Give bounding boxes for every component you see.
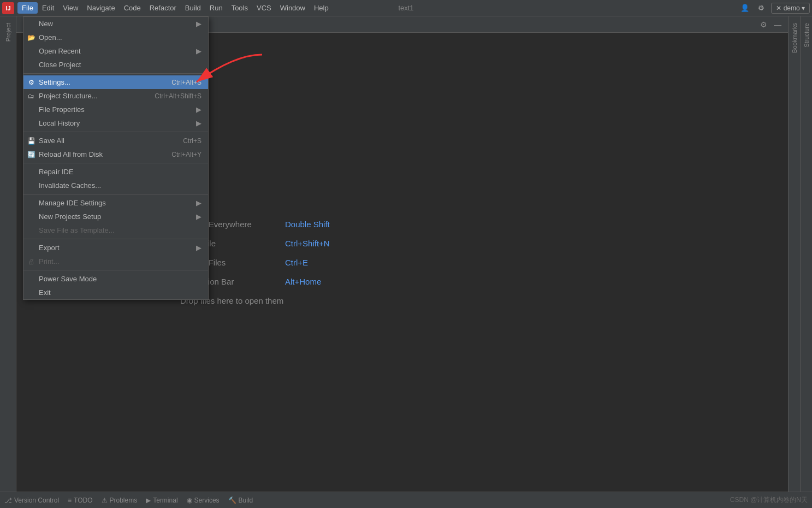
menu-file-exit[interactable]: Exit bbox=[23, 286, 208, 299]
menu-file-open[interactable]: 📂 Open... bbox=[23, 31, 208, 44]
menu-refactor[interactable]: Refactor bbox=[145, 2, 181, 14]
menu-file-project-structure[interactable]: 🗂 Project Structure... Ctrl+Alt+Shift+S bbox=[23, 89, 208, 103]
status-terminal[interactable]: ▶ Terminal bbox=[146, 497, 177, 504]
menu-file-new[interactable]: New ▶ bbox=[23, 17, 208, 31]
bookmarks-sidebar: Bookmarks bbox=[788, 16, 800, 492]
hint-search-key: Double Shift bbox=[285, 220, 330, 229]
separator-4 bbox=[23, 194, 208, 194]
build-label: Build bbox=[239, 497, 253, 504]
file-dropdown-menu[interactable]: New ▶ 📂 Open... Open Recent ▶ Close Proj… bbox=[23, 16, 209, 300]
window-title: text1 bbox=[398, 4, 413, 12]
menu-help[interactable]: Help bbox=[310, 2, 333, 14]
menu-file-repair-ide[interactable]: Repair IDE bbox=[23, 165, 208, 179]
separator-2 bbox=[23, 132, 208, 132]
menu-file-settings[interactable]: ⚙ Settings... Ctrl+Alt+S bbox=[23, 75, 208, 89]
editor-tab-icons: ⚙ — bbox=[757, 19, 788, 31]
menu-file-print[interactable]: 🖨 Print... bbox=[23, 255, 208, 268]
version-control-label: Version Control bbox=[14, 497, 59, 504]
minimize-tab-icon[interactable]: — bbox=[772, 19, 784, 31]
submenu-arrow-manage-ide: ▶ bbox=[196, 199, 201, 207]
menu-file-power-save-mode[interactable]: Power Save Mode bbox=[23, 272, 208, 286]
structure-tab[interactable]: Structure bbox=[802, 19, 811, 52]
status-todo[interactable]: ≡ TODO bbox=[68, 497, 92, 504]
submenu-arrow-local-history: ▶ bbox=[196, 119, 201, 127]
status-build[interactable]: 🔨 Build bbox=[228, 497, 253, 504]
services-label: Services bbox=[194, 497, 220, 504]
save-icon: 💾 bbox=[27, 137, 35, 145]
menu-file[interactable]: File bbox=[17, 2, 38, 14]
menu-code[interactable]: Code bbox=[120, 2, 145, 14]
menu-bar: IJ File Edit View Navigate Code Refactor… bbox=[0, 0, 812, 16]
menu-file-manage-ide[interactable]: Manage IDE Settings ▶ bbox=[23, 196, 208, 210]
status-problems[interactable]: ⚠ Problems bbox=[102, 497, 138, 504]
terminal-icon: ▶ bbox=[146, 497, 151, 504]
gear-tab-icon[interactable]: ⚙ bbox=[757, 19, 769, 31]
menu-file-properties[interactable]: File Properties ▶ bbox=[23, 103, 208, 116]
menu-view[interactable]: View bbox=[58, 2, 82, 14]
status-bar: ⎇ Version Control ≡ TODO ⚠ Problems ▶ Te… bbox=[0, 492, 812, 508]
menu-file-close-project[interactable]: Close Project bbox=[23, 58, 208, 72]
separator-6 bbox=[23, 270, 208, 270]
structure-sidebar: Structure bbox=[800, 16, 812, 492]
submenu-arrow-new: ▶ bbox=[196, 20, 201, 28]
menu-file-save-as-template[interactable]: Save File as Template... bbox=[23, 223, 208, 237]
services-icon: ◉ bbox=[187, 497, 192, 504]
menu-edit[interactable]: Edit bbox=[38, 2, 58, 14]
sidebar-left: Project bbox=[0, 16, 16, 492]
reload-icon: 🔄 bbox=[27, 150, 35, 159]
submenu-arrow-properties: ▶ bbox=[196, 105, 201, 114]
menu-file-export[interactable]: Export ▶ bbox=[23, 241, 208, 255]
menu-file-open-recent[interactable]: Open Recent ▶ bbox=[23, 44, 208, 58]
status-version-control[interactable]: ⎇ Version Control bbox=[4, 497, 59, 504]
folder-icon: 📂 bbox=[27, 33, 35, 42]
main-layout: Project New ▶ 📂 Open... Open Recent ▶ Cl… bbox=[0, 16, 812, 492]
menu-run[interactable]: Run bbox=[205, 2, 227, 14]
menu-build[interactable]: Build bbox=[181, 2, 205, 14]
print-icon: 🖨 bbox=[27, 257, 35, 266]
problems-label: Problems bbox=[110, 497, 138, 504]
hint-nav-key: Alt+Home bbox=[285, 277, 321, 286]
sidebar-project-tab[interactable]: Project bbox=[4, 19, 13, 46]
build-icon: 🔨 bbox=[228, 497, 236, 504]
hint-recent-key: Ctrl+E bbox=[285, 258, 308, 267]
menu-file-new-projects-setup[interactable]: New Projects Setup ▶ bbox=[23, 210, 208, 223]
menu-file-invalidate-caches[interactable]: Invalidate Caches... bbox=[23, 179, 208, 192]
menu-navigate[interactable]: Navigate bbox=[82, 2, 119, 14]
menu-tools[interactable]: Tools bbox=[227, 2, 252, 14]
demo-badge[interactable]: ✕ demo ▾ bbox=[771, 3, 810, 14]
terminal-label: Terminal bbox=[153, 497, 177, 504]
settings-icon[interactable]: ⚙ bbox=[755, 2, 768, 15]
todo-icon: ≡ bbox=[68, 497, 72, 504]
separator-1 bbox=[23, 73, 208, 74]
submenu-arrow-new-projects: ▶ bbox=[196, 212, 201, 221]
bookmarks-tab[interactable]: Bookmarks bbox=[790, 19, 799, 57]
menu-file-save-all[interactable]: 💾 Save All Ctrl+S bbox=[23, 134, 208, 147]
menu-file-reload-all[interactable]: 🔄 Reload All from Disk Ctrl+Alt+Y bbox=[23, 147, 208, 161]
version-control-icon: ⎇ bbox=[4, 497, 12, 504]
problems-icon: ⚠ bbox=[102, 497, 108, 504]
user-icon[interactable]: 👤 bbox=[738, 2, 751, 15]
menu-vcs[interactable]: VCS bbox=[252, 2, 276, 14]
menu-window[interactable]: Window bbox=[276, 2, 310, 14]
project-structure-icon: 🗂 bbox=[27, 92, 35, 101]
app-logo: IJ bbox=[2, 2, 14, 14]
status-services[interactable]: ◉ Services bbox=[187, 497, 220, 504]
status-right-text: CSDN @计算机内卷的N天 bbox=[730, 495, 808, 505]
todo-label: TODO bbox=[74, 497, 92, 504]
submenu-arrow-open-recent: ▶ bbox=[196, 47, 201, 55]
hint-goto-key: Ctrl+Shift+N bbox=[285, 239, 330, 248]
menu-bar-right: 👤 ⚙ ✕ demo ▾ bbox=[738, 2, 810, 15]
gear-icon: ⚙ bbox=[27, 78, 35, 87]
menu-file-local-history[interactable]: Local History ▶ bbox=[23, 116, 208, 130]
separator-3 bbox=[23, 163, 208, 163]
separator-5 bbox=[23, 239, 208, 239]
submenu-arrow-export: ▶ bbox=[196, 244, 201, 252]
